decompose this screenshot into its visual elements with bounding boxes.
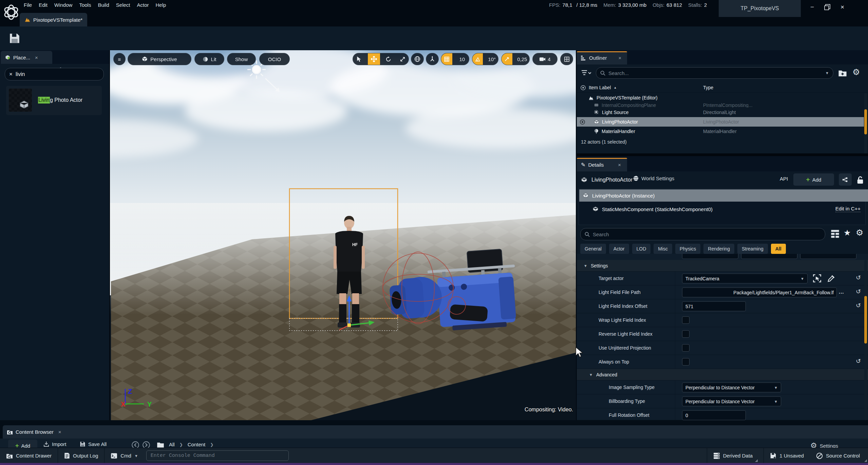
move-tool-button[interactable]: [368, 53, 380, 65]
outliner-row-livingphotoactor-selected[interactable]: LivingPhotoActor LivingPhotoActor: [577, 117, 864, 127]
chip-lod[interactable]: LOD: [632, 244, 651, 254]
rotate-tool-button[interactable]: [383, 53, 394, 65]
derived-data-button[interactable]: Derived Data: [707, 448, 759, 463]
favorites-star-icon[interactable]: ★: [844, 228, 851, 238]
scale-tool-button[interactable]: [397, 53, 409, 65]
rotation-snap-value[interactable]: 10°: [486, 53, 498, 65]
menu-file[interactable]: File: [20, 0, 35, 10]
grid-snap-toggle[interactable]: [441, 53, 452, 65]
asset-tab-pixotopevstemplate[interactable]: PixotopeVSTemplate*: [20, 13, 87, 26]
outliner-search-input[interactable]: Search... ▼: [596, 67, 833, 79]
outliner-row-root[interactable]: PixotopeVSTemplate (Editor): [577, 93, 864, 103]
eyedropper-icon[interactable]: [827, 274, 835, 282]
restore-button[interactable]: [824, 4, 830, 10]
save-icon[interactable]: [9, 33, 20, 44]
outliner-filter-dropdown[interactable]: [581, 69, 591, 77]
reset-always-top-icon[interactable]: ↺: [856, 357, 861, 365]
menu-tools[interactable]: Tools: [76, 0, 94, 10]
display-options-icon[interactable]: [831, 229, 839, 238]
tab-place-close-icon[interactable]: ×: [35, 55, 38, 60]
rotation-snap-toggle[interactable]: [472, 53, 483, 65]
content-drawer-button[interactable]: Content Drawer: [0, 448, 58, 463]
lock-icon[interactable]: [856, 175, 864, 184]
chip-streaming[interactable]: Streaming: [737, 244, 768, 254]
create-folder-icon[interactable]: [838, 69, 847, 77]
add-component-button[interactable]: + Add: [793, 173, 834, 186]
select-tool-button[interactable]: [353, 53, 365, 65]
maximize-viewport-button[interactable]: [560, 53, 573, 65]
unsaved-button[interactable]: 1 Unsaved: [764, 448, 810, 463]
place-search-input[interactable]: × livin: [5, 68, 104, 80]
details-scrollbar-track[interactable]: [864, 260, 867, 420]
viewport-menu-button[interactable]: ≡: [113, 53, 126, 65]
breadcrumb-all[interactable]: All: [169, 442, 175, 447]
output-log-button[interactable]: Output Log: [58, 448, 104, 463]
sampling-dropdown[interactable]: Perpendicular to Distance Vector▼: [682, 383, 781, 392]
chip-physics[interactable]: Physics: [675, 244, 700, 254]
lf-path-input[interactable]: Package/Lightfields/Player1_ArmBack_Foll…: [682, 287, 837, 297]
section-advanced[interactable]: ▼ Advanced: [577, 369, 868, 380]
chip-misc[interactable]: Misc: [654, 244, 672, 254]
browse-path-button[interactable]: ...: [839, 289, 844, 295]
menu-build[interactable]: Build: [94, 0, 112, 10]
menu-help[interactable]: Help: [152, 0, 170, 10]
back-icon[interactable]: [132, 441, 139, 448]
reset-lf-offset-icon[interactable]: ↺: [856, 302, 861, 309]
details-settings-gear-icon[interactable]: ⚙: [856, 228, 863, 238]
component-row-staticmesh[interactable]: StaticMeshComponent (StaticMeshComponent…: [592, 204, 713, 215]
viewport-ocio-dropdown[interactable]: OCIO: [259, 53, 290, 65]
camera-speed-control[interactable]: 4: [532, 53, 558, 65]
details-search-input[interactable]: Search: [580, 228, 825, 240]
cb-import-button[interactable]: Import: [43, 441, 67, 447]
chip-actor[interactable]: Actor: [609, 244, 629, 254]
column-item-label[interactable]: Item Label: [589, 85, 611, 90]
viewport[interactable]: HF: [110, 50, 576, 420]
source-control-button[interactable]: Source Control: [810, 448, 868, 463]
pick-actor-icon[interactable]: [813, 274, 821, 282]
chip-general[interactable]: General: [580, 244, 606, 254]
scale-snap-toggle[interactable]: [502, 53, 512, 65]
surface-snapping-button[interactable]: [426, 53, 439, 65]
menu-window[interactable]: Window: [51, 0, 76, 10]
reverse-checkbox[interactable]: [682, 330, 690, 338]
world-local-toggle[interactable]: [411, 53, 424, 65]
target-actor-dropdown[interactable]: TrackedCamera▼: [682, 274, 808, 283]
grid-snap-value[interactable]: 10: [455, 53, 469, 65]
cb-save-all-button[interactable]: Save All: [80, 441, 107, 447]
full-rotation-input[interactable]: 0: [682, 410, 746, 420]
breadcrumb-content[interactable]: Content: [188, 442, 206, 447]
chip-all[interactable]: All: [771, 244, 786, 254]
forward-icon[interactable]: [143, 441, 150, 448]
lf-offset-input[interactable]: 571: [682, 301, 746, 311]
reset-lf-path-icon[interactable]: ↺: [856, 288, 861, 295]
breadcrumb-folder-icon[interactable]: [157, 441, 164, 448]
clear-search-icon[interactable]: ×: [9, 71, 13, 78]
console-command-input[interactable]: Enter Console Command: [146, 450, 289, 461]
outliner-settings-gear-icon[interactable]: ⚙: [852, 67, 860, 77]
tab-content-browser-close-icon[interactable]: ×: [58, 429, 61, 435]
visibility-eye-icon[interactable]: [580, 119, 585, 125]
outliner-row-clipped[interactable]: InternalCompositingPlane PInternalCompos…: [577, 103, 864, 108]
unjittered-checkbox[interactable]: [682, 344, 690, 352]
close-button[interactable]: ×: [841, 3, 844, 11]
details-scrollbar-thumb[interactable]: [864, 296, 867, 343]
menu-edit[interactable]: Edit: [35, 0, 51, 10]
tab-outliner[interactable]: Outliner ×: [577, 51, 627, 64]
cb-settings-button[interactable]: ⚙ Settings: [810, 441, 838, 448]
search-options-chevron-icon[interactable]: ▼: [825, 71, 829, 75]
cmd-dropdown[interactable]: Cmd ▼: [105, 448, 144, 463]
reset-target-actor-icon[interactable]: ↺: [856, 274, 861, 281]
menu-select[interactable]: Select: [113, 0, 134, 10]
api-button[interactable]: API: [780, 176, 788, 182]
tab-outliner-close-icon[interactable]: ×: [619, 55, 622, 61]
always-top-checkbox[interactable]: [682, 358, 690, 366]
minimize-button[interactable]: −: [810, 3, 814, 11]
menu-actor[interactable]: Actor: [133, 0, 152, 10]
tab-content-browser[interactable]: Content Browser ×: [3, 425, 868, 439]
tab-details[interactable]: ✎ Details ×: [577, 158, 627, 171]
scale-snap-value[interactable]: 0,25: [515, 53, 529, 65]
tab-details-close-icon[interactable]: ×: [618, 162, 621, 168]
column-type[interactable]: Type: [703, 85, 713, 90]
blueprint-script-button[interactable]: [839, 173, 852, 186]
viewport-show-dropdown[interactable]: Show: [227, 53, 256, 65]
